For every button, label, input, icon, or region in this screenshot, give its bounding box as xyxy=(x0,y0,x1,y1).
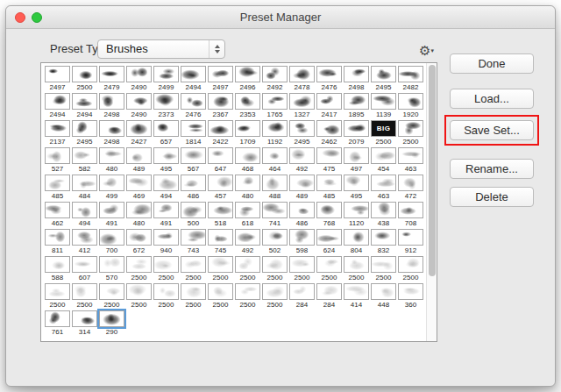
brush-preset[interactable]: 2422 xyxy=(207,120,234,147)
brush-preset[interactable]: 499 xyxy=(98,175,125,202)
brush-preset[interactable]: 761 xyxy=(44,310,71,338)
brush-preset[interactable]: 624 xyxy=(316,229,343,256)
brush-preset[interactable]: 598 xyxy=(288,229,316,256)
brush-preset[interactable]: 2500 xyxy=(397,120,424,147)
brush-preset[interactable]: 454 xyxy=(370,147,397,175)
brush-preset[interactable]: 657 xyxy=(153,120,180,147)
brush-preset[interactable]: 647 xyxy=(207,147,234,175)
rename-button[interactable]: Rename... xyxy=(450,159,534,179)
brush-preset[interactable]: 492 xyxy=(234,229,261,256)
brush-preset[interactable]: 284 xyxy=(288,283,316,310)
brush-preset[interactable]: 489 xyxy=(125,147,153,175)
brush-preset[interactable]: 2494 xyxy=(44,93,71,120)
brush-preset[interactable]: 489 xyxy=(288,175,316,202)
scrollbar-thumb[interactable] xyxy=(429,65,436,276)
brush-preset[interactable]: 2500 xyxy=(71,283,98,310)
brush-preset[interactable]: 618 xyxy=(234,202,261,229)
brush-preset[interactable]: 2500 xyxy=(397,256,424,283)
brush-preset[interactable]: 2498 xyxy=(98,120,125,147)
brush-preset[interactable]: 2476 xyxy=(180,93,207,120)
brush-preset[interactable]: 2494 xyxy=(180,66,207,93)
brush-preset[interactable]: BIG2500 xyxy=(370,120,397,147)
brush-preset[interactable]: 2494 xyxy=(71,93,98,120)
brush-preset[interactable]: 582 xyxy=(71,147,98,175)
brush-preset[interactable]: 2500 xyxy=(180,283,207,310)
brush-preset[interactable]: 804 xyxy=(343,229,370,256)
brush-preset[interactable]: 2500 xyxy=(98,283,125,310)
brush-preset[interactable]: 2500 xyxy=(261,256,288,283)
brush-preset[interactable]: 2497 xyxy=(207,66,234,93)
brush-preset[interactable]: 1192 xyxy=(261,120,288,147)
brush-preset[interactable]: 2500 xyxy=(234,283,261,310)
brush-preset[interactable]: 2353 xyxy=(234,93,261,120)
brush-preset[interactable]: 2495 xyxy=(71,120,98,147)
brush-preset[interactable]: 468 xyxy=(234,147,261,175)
brush-preset[interactable]: 414 xyxy=(343,283,370,310)
brush-preset[interactable]: 486 xyxy=(288,202,316,229)
brush-preset[interactable]: 2500 xyxy=(316,256,343,283)
brush-preset[interactable]: 2498 xyxy=(343,66,370,93)
brush-preset[interactable]: 497 xyxy=(343,147,370,175)
brush-preset[interactable]: 484 xyxy=(71,175,98,202)
brush-preset[interactable]: 527 xyxy=(44,147,71,175)
preset-type-select[interactable]: Brushes xyxy=(97,39,225,59)
brush-preset[interactable]: 2462 xyxy=(316,120,343,147)
brush-preset[interactable]: 588 xyxy=(44,256,71,283)
brush-preset[interactable]: 284 xyxy=(316,283,343,310)
load-button[interactable]: Load... xyxy=(450,89,534,109)
brush-preset[interactable]: 2478 xyxy=(288,66,316,93)
brush-preset[interactable]: 672 xyxy=(125,229,153,256)
brush-preset[interactable]: 2500 xyxy=(343,256,370,283)
brush-preset[interactable]: 314 xyxy=(71,310,98,338)
brush-preset[interactable]: 463 xyxy=(370,175,397,202)
brush-preset[interactable]: 1327 xyxy=(288,93,316,120)
brush-preset[interactable]: 492 xyxy=(288,147,316,175)
brush-preset[interactable]: 1895 xyxy=(343,93,370,120)
brush-preset[interactable]: 1814 xyxy=(180,120,207,147)
brush-preset[interactable]: 494 xyxy=(71,202,98,229)
brush-preset[interactable]: 741 xyxy=(261,202,288,229)
brush-preset[interactable]: 570 xyxy=(98,256,125,283)
brush-preset[interactable]: 2500 xyxy=(370,256,397,283)
brush-preset[interactable]: 480 xyxy=(125,202,153,229)
brush-preset[interactable]: 518 xyxy=(207,202,234,229)
brush-preset[interactable]: 1120 xyxy=(343,202,370,229)
brush-preset[interactable]: 469 xyxy=(125,175,153,202)
brush-preset[interactable]: 480 xyxy=(98,147,125,175)
traffic-light-zoom-icon[interactable] xyxy=(32,12,42,23)
brush-preset[interactable]: 832 xyxy=(370,229,397,256)
brush-preset[interactable]: 360 xyxy=(397,283,424,310)
brush-preset[interactable]: 2495 xyxy=(288,120,316,147)
brush-preset[interactable]: 2079 xyxy=(343,120,370,147)
brush-preset[interactable]: 464 xyxy=(261,147,288,175)
brush-preset[interactable]: 2490 xyxy=(125,93,153,120)
brush-preset[interactable]: 1709 xyxy=(234,120,261,147)
brush-preset[interactable]: 2500 xyxy=(44,283,71,310)
brush-preset[interactable]: 2500 xyxy=(207,283,234,310)
brush-preset[interactable]: 438 xyxy=(370,202,397,229)
brush-preset[interactable]: 485 xyxy=(44,175,71,202)
brush-preset[interactable]: 2500 xyxy=(153,283,180,310)
title-bar[interactable]: Preset Manager xyxy=(6,6,555,29)
brush-preset[interactable]: 412 xyxy=(71,229,98,256)
brush-preset[interactable]: 2482 xyxy=(397,66,424,93)
brush-preset[interactable]: 457 xyxy=(207,175,234,202)
brush-preset[interactable]: 500 xyxy=(180,202,207,229)
brush-preset[interactable]: 2498 xyxy=(98,93,125,120)
brush-preset[interactable]: 2500 xyxy=(71,66,98,93)
brush-preset[interactable]: 2476 xyxy=(316,66,343,93)
brush-preset[interactable]: 462 xyxy=(44,202,71,229)
brush-preset[interactable]: 2490 xyxy=(125,66,153,93)
brush-preset[interactable]: 491 xyxy=(98,202,125,229)
brush-preset[interactable]: 290 xyxy=(98,310,125,338)
brush-preset[interactable]: 1139 xyxy=(370,93,397,120)
brush-preset[interactable]: 811 xyxy=(44,229,71,256)
brush-preset[interactable]: 2500 xyxy=(125,256,153,283)
scrollbar[interactable] xyxy=(426,63,437,341)
brush-preset[interactable]: 2373 xyxy=(153,93,180,120)
brush-preset[interactable]: 486 xyxy=(180,175,207,202)
brush-preset[interactable]: 2367 xyxy=(207,93,234,120)
brush-preset[interactable]: 488 xyxy=(261,175,288,202)
brush-preset[interactable]: 502 xyxy=(261,229,288,256)
brush-preset[interactable]: 2417 xyxy=(316,93,343,120)
